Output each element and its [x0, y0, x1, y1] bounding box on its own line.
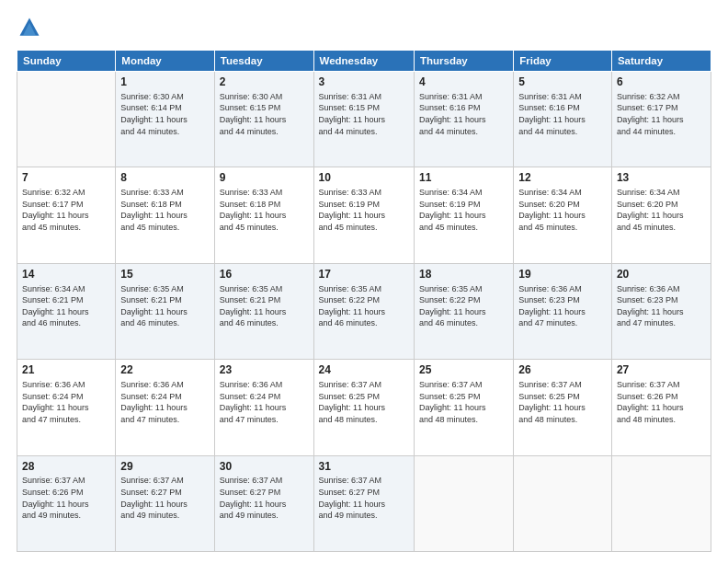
- day-number: 5: [518, 75, 607, 90]
- day-number: 11: [419, 170, 508, 186]
- day-info: Sunrise: 6:32 AMSunset: 6:17 PMDaylight:…: [617, 91, 706, 137]
- day-cell: 13Sunrise: 6:34 AMSunset: 6:20 PMDayligh…: [611, 167, 711, 263]
- day-cell: 5Sunrise: 6:31 AMSunset: 6:16 PMDaylight…: [514, 72, 612, 167]
- day-cell: 31Sunrise: 6:37 AMSunset: 6:27 PMDayligh…: [313, 455, 414, 551]
- day-info: Sunrise: 6:34 AMSunset: 6:19 PMDaylight:…: [419, 187, 508, 233]
- day-number: 18: [419, 267, 508, 282]
- day-info: Sunrise: 6:33 AMSunset: 6:18 PMDaylight:…: [220, 187, 309, 233]
- day-number: 13: [617, 170, 706, 186]
- day-info: Sunrise: 6:36 AMSunset: 6:23 PMDaylight:…: [518, 283, 607, 329]
- day-cell: 23Sunrise: 6:36 AMSunset: 6:24 PMDayligh…: [214, 360, 313, 455]
- day-cell: 25Sunrise: 6:37 AMSunset: 6:25 PMDayligh…: [414, 360, 513, 455]
- col-header-wednesday: Wednesday: [313, 51, 414, 72]
- day-info: Sunrise: 6:37 AMSunset: 6:25 PMDaylight:…: [419, 379, 508, 425]
- day-info: Sunrise: 6:37 AMSunset: 6:27 PMDaylight:…: [220, 475, 309, 521]
- day-number: 31: [319, 459, 409, 475]
- day-number: 30: [220, 459, 309, 475]
- week-row-5: 28Sunrise: 6:37 AMSunset: 6:26 PMDayligh…: [17, 455, 711, 551]
- day-cell: 11Sunrise: 6:34 AMSunset: 6:19 PMDayligh…: [414, 167, 513, 263]
- day-cell: [611, 455, 711, 551]
- day-info: Sunrise: 6:34 AMSunset: 6:20 PMDaylight:…: [518, 187, 607, 233]
- day-number: 12: [518, 170, 607, 186]
- day-number: 21: [22, 362, 110, 378]
- day-number: 22: [120, 362, 209, 378]
- week-row-2: 7Sunrise: 6:32 AMSunset: 6:17 PMDaylight…: [17, 167, 711, 263]
- day-number: 28: [22, 459, 110, 475]
- logo-icon: [17, 15, 42, 40]
- day-number: 3: [319, 75, 409, 90]
- day-number: 20: [617, 267, 706, 282]
- day-cell: 10Sunrise: 6:33 AMSunset: 6:19 PMDayligh…: [313, 167, 414, 263]
- day-info: Sunrise: 6:37 AMSunset: 6:27 PMDaylight:…: [120, 475, 209, 521]
- day-cell: 3Sunrise: 6:31 AMSunset: 6:15 PMDaylight…: [313, 72, 414, 167]
- day-number: 10: [319, 170, 409, 186]
- day-cell: 1Sunrise: 6:30 AMSunset: 6:14 PMDaylight…: [116, 72, 214, 167]
- day-info: Sunrise: 6:32 AMSunset: 6:17 PMDaylight:…: [22, 187, 110, 233]
- day-info: Sunrise: 6:37 AMSunset: 6:25 PMDaylight:…: [518, 379, 607, 425]
- day-cell: 28Sunrise: 6:37 AMSunset: 6:26 PMDayligh…: [17, 455, 116, 551]
- day-info: Sunrise: 6:37 AMSunset: 6:27 PMDaylight:…: [319, 475, 409, 521]
- day-cell: 19Sunrise: 6:36 AMSunset: 6:23 PMDayligh…: [514, 263, 612, 359]
- day-cell: 29Sunrise: 6:37 AMSunset: 6:27 PMDayligh…: [116, 455, 214, 551]
- day-info: Sunrise: 6:36 AMSunset: 6:24 PMDaylight:…: [22, 379, 110, 425]
- col-header-thursday: Thursday: [414, 51, 513, 72]
- day-cell: 18Sunrise: 6:35 AMSunset: 6:22 PMDayligh…: [414, 263, 513, 359]
- day-number: 19: [518, 267, 607, 282]
- day-cell: 7Sunrise: 6:32 AMSunset: 6:17 PMDaylight…: [17, 167, 116, 263]
- col-header-sunday: Sunday: [17, 51, 116, 72]
- header: [17, 15, 711, 40]
- calendar-table: SundayMondayTuesdayWednesdayThursdayFrid…: [17, 50, 711, 552]
- day-cell: 4Sunrise: 6:31 AMSunset: 6:16 PMDaylight…: [414, 72, 513, 167]
- day-info: Sunrise: 6:31 AMSunset: 6:16 PMDaylight:…: [518, 91, 607, 137]
- page: SundayMondayTuesdayWednesdayThursdayFrid…: [0, 0, 728, 563]
- day-info: Sunrise: 6:37 AMSunset: 6:26 PMDaylight:…: [22, 475, 110, 521]
- day-number: 17: [319, 267, 409, 282]
- col-header-friday: Friday: [514, 51, 612, 72]
- day-number: 4: [419, 75, 508, 90]
- day-cell: [514, 455, 612, 551]
- day-number: 14: [22, 267, 110, 282]
- day-cell: 30Sunrise: 6:37 AMSunset: 6:27 PMDayligh…: [214, 455, 313, 551]
- day-number: 26: [518, 362, 607, 378]
- day-number: 15: [120, 267, 209, 282]
- col-header-monday: Monday: [116, 51, 214, 72]
- day-cell: 9Sunrise: 6:33 AMSunset: 6:18 PMDaylight…: [214, 167, 313, 263]
- day-number: 8: [120, 170, 209, 186]
- day-info: Sunrise: 6:37 AMSunset: 6:25 PMDaylight:…: [319, 379, 409, 425]
- day-info: Sunrise: 6:31 AMSunset: 6:16 PMDaylight:…: [419, 91, 508, 137]
- day-cell: 20Sunrise: 6:36 AMSunset: 6:23 PMDayligh…: [611, 263, 711, 359]
- day-number: 25: [419, 362, 508, 378]
- day-number: 1: [120, 75, 209, 90]
- day-cell: 14Sunrise: 6:34 AMSunset: 6:21 PMDayligh…: [17, 263, 116, 359]
- day-info: Sunrise: 6:33 AMSunset: 6:19 PMDaylight:…: [319, 187, 409, 233]
- day-cell: [414, 455, 513, 551]
- day-number: 9: [220, 170, 309, 186]
- day-cell: [17, 72, 116, 167]
- day-cell: 16Sunrise: 6:35 AMSunset: 6:21 PMDayligh…: [214, 263, 313, 359]
- col-header-saturday: Saturday: [611, 51, 711, 72]
- day-cell: 12Sunrise: 6:34 AMSunset: 6:20 PMDayligh…: [514, 167, 612, 263]
- day-number: 23: [220, 362, 309, 378]
- day-info: Sunrise: 6:35 AMSunset: 6:21 PMDaylight:…: [220, 283, 309, 329]
- day-info: Sunrise: 6:31 AMSunset: 6:15 PMDaylight:…: [319, 91, 409, 137]
- day-cell: 27Sunrise: 6:37 AMSunset: 6:26 PMDayligh…: [611, 360, 711, 455]
- day-cell: 22Sunrise: 6:36 AMSunset: 6:24 PMDayligh…: [116, 360, 214, 455]
- day-cell: 2Sunrise: 6:30 AMSunset: 6:15 PMDaylight…: [214, 72, 313, 167]
- day-info: Sunrise: 6:30 AMSunset: 6:14 PMDaylight:…: [120, 91, 209, 137]
- day-info: Sunrise: 6:30 AMSunset: 6:15 PMDaylight:…: [220, 91, 309, 137]
- day-info: Sunrise: 6:36 AMSunset: 6:23 PMDaylight:…: [617, 283, 706, 329]
- day-info: Sunrise: 6:35 AMSunset: 6:21 PMDaylight:…: [120, 283, 209, 329]
- day-number: 29: [120, 459, 209, 475]
- day-cell: 6Sunrise: 6:32 AMSunset: 6:17 PMDaylight…: [611, 72, 711, 167]
- day-number: 24: [319, 362, 409, 378]
- week-row-3: 14Sunrise: 6:34 AMSunset: 6:21 PMDayligh…: [17, 263, 711, 359]
- header-row: SundayMondayTuesdayWednesdayThursdayFrid…: [17, 51, 711, 72]
- day-cell: 26Sunrise: 6:37 AMSunset: 6:25 PMDayligh…: [514, 360, 612, 455]
- day-info: Sunrise: 6:33 AMSunset: 6:18 PMDaylight:…: [120, 187, 209, 233]
- day-info: Sunrise: 6:34 AMSunset: 6:20 PMDaylight:…: [617, 187, 706, 233]
- day-cell: 17Sunrise: 6:35 AMSunset: 6:22 PMDayligh…: [313, 263, 414, 359]
- day-info: Sunrise: 6:35 AMSunset: 6:22 PMDaylight:…: [419, 283, 508, 329]
- day-info: Sunrise: 6:37 AMSunset: 6:26 PMDaylight:…: [617, 379, 706, 425]
- day-info: Sunrise: 6:35 AMSunset: 6:22 PMDaylight:…: [319, 283, 409, 329]
- day-number: 6: [617, 75, 706, 90]
